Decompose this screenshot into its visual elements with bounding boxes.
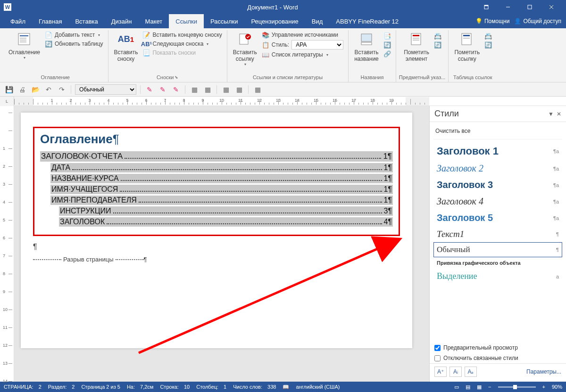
status-page[interactable]: СТРАНИЦА: 2 [4, 384, 42, 390]
style-item[interactable]: Заголовок 3¶a [433, 177, 562, 193]
caption-extra-3[interactable]: 🔗 [383, 50, 391, 57]
status-language[interactable]: английский (США) [296, 384, 340, 390]
qat-btn-6[interactable]: ▦ [221, 84, 231, 95]
footnotes-dialog-launcher[interactable]: ⬊ [175, 75, 178, 80]
qat-undo-icon[interactable]: ↶ [43, 84, 54, 95]
toa-extra-1[interactable]: 📇 [484, 32, 492, 40]
zoom-level[interactable]: 90% [552, 384, 562, 390]
toc-entry[interactable]: ИНСТРУКЦИИ3¶ [59, 206, 393, 216]
styles-pane-options-icon[interactable]: ▼ [548, 111, 554, 117]
manage-sources-button[interactable]: 📚Управление источниками [262, 31, 343, 39]
qat-btn-5[interactable]: ▦ [202, 84, 213, 95]
qat-style-selector[interactable]: Обычный [75, 84, 136, 95]
quick-access-toolbar: 💾 🖨 📂 ↶ ↷ Обычный ✎ ✎ ✎ ▦ ▦ ▦ ▦ ▦ [0, 82, 566, 97]
minimize-button[interactable] [497, 0, 519, 14]
bibliography-button[interactable]: 📖Список литературы▾ [262, 51, 343, 58]
style-item[interactable]: Выделениеa [433, 269, 562, 284]
ribbon-display-options[interactable] [475, 0, 497, 14]
status-section[interactable]: Раздел: 2 [48, 384, 75, 390]
style-dropdown[interactable]: APA [291, 40, 343, 49]
clear-all-button[interactable]: Очистить все [433, 125, 562, 139]
style-item[interactable]: Текст1¶ [433, 226, 562, 242]
add-text-button[interactable]: 📄Добавить текст▾ [45, 31, 103, 39]
zoom-out-button[interactable]: − [488, 384, 491, 390]
mark-citation-button[interactable]: Пометить ссылку [451, 30, 483, 63]
styles-params-link[interactable]: Параметры... [526, 368, 561, 375]
update-table-button[interactable]: 🔄Обновить таблицу [45, 40, 103, 48]
new-style-button[interactable]: A⁺ [434, 367, 447, 377]
view-read-mode-icon[interactable]: ▭ [454, 384, 459, 390]
zoom-in-button[interactable]: + [542, 384, 545, 390]
close-button[interactable] [541, 0, 562, 14]
insert-citation-button[interactable]: Вставить ссылку▾ [230, 30, 260, 67]
style-item[interactable]: Заголовок 1¶a [433, 142, 562, 160]
style-item[interactable]: Заголовок 2¶a [433, 160, 562, 177]
caption-extra-1[interactable]: 📑 [383, 32, 391, 40]
toc-entry[interactable]: ИМЯ·ПРЕПОДАВАТЕЛЯ1¶ [50, 196, 393, 205]
citation-icon [237, 31, 253, 47]
ribbon-group-captions: Вставить название 📑 🔄 🔗 Названия [349, 30, 396, 82]
tab-ссылки[interactable]: Ссылки [169, 14, 204, 28]
tab-файл[interactable]: Файл [4, 14, 32, 28]
mark-entry-button[interactable]: Пометить элемент [401, 30, 432, 63]
manage-styles-button[interactable]: Aₐ [465, 367, 477, 377]
status-at[interactable]: На: 7,2см [127, 384, 154, 390]
style-inspector-button[interactable]: Aᵢ [449, 367, 462, 377]
preview-checkbox[interactable]: Предварительный просмотр [430, 343, 566, 353]
status-words[interactable]: Число слов: 338 [233, 384, 276, 390]
insert-caption-button[interactable]: Вставить название [351, 30, 382, 63]
maximize-button[interactable] [519, 0, 541, 14]
document-viewport[interactable]: Оглавление¶ ЗАГОЛОВОК·ОТЧЕТА1¶ДАТА1¶НАЗВ… [14, 106, 429, 382]
tell-me[interactable]: 💡Помощни [475, 18, 509, 24]
toc-entry[interactable]: ЗАГОЛОВОК4¶ [59, 217, 393, 227]
vertical-ruler[interactable]: 1234567891011121314 [0, 106, 14, 382]
tab-макет[interactable]: Макет [138, 14, 169, 28]
tab-рецензирование[interactable]: Рецензирование [244, 14, 305, 28]
qat-open-icon[interactable]: 📂 [30, 84, 41, 95]
citation-style-select[interactable]: 📋 Стиль: APA [262, 40, 343, 49]
tab-abbyy-finereader-12[interactable]: ABBYY FineReader 12 [329, 14, 405, 28]
status-page-of[interactable]: Страница 2 из 5 [81, 384, 120, 390]
style-item[interactable]: Заголовок 4¶a [433, 193, 562, 210]
zoom-slider[interactable] [498, 386, 536, 388]
style-item[interactable]: Заголовок 5¶a [433, 210, 562, 226]
index-extra-1[interactable]: 📇 [434, 32, 441, 40]
disable-linked-checkbox[interactable]: Отключить связанные стили [430, 353, 566, 363]
qat-btn-7[interactable]: ▦ [234, 84, 244, 95]
qat-redo-icon[interactable]: ↷ [57, 84, 67, 95]
qat-save-icon[interactable]: 💾 [4, 84, 14, 95]
qat-btn-8[interactable]: ▦ [252, 84, 263, 95]
index-extra-2[interactable]: 🔄 [434, 41, 441, 49]
qat-btn-2[interactable]: ✎ [158, 84, 168, 95]
qat-btn-3[interactable]: ✎ [171, 84, 181, 95]
toc-field[interactable]: Оглавление¶ ЗАГОЛОВОК·ОТЧЕТА1¶ДАТА1¶НАЗВ… [33, 127, 400, 236]
toc-entry[interactable]: НАЗВАНИЕ·КУРСА1¶ [50, 174, 393, 183]
next-footnote-button[interactable]: AB¹Следующая сноска▾ [142, 40, 222, 48]
tab-главная[interactable]: Главная [32, 14, 68, 28]
status-column[interactable]: Столбец: 1 [196, 384, 226, 390]
toc-entry[interactable]: ИМЯ·УЧАЩЕГОСЯ1¶ [50, 185, 393, 194]
qat-print-icon[interactable]: 🖨 [17, 84, 27, 95]
qat-btn-1[interactable]: ✎ [144, 84, 155, 95]
horizontal-ruler[interactable]: L 12345678910111213141516171819 [0, 97, 566, 106]
caption-extra-2[interactable]: 🔄 [383, 41, 391, 49]
tab-вставка[interactable]: Вставка [68, 14, 104, 28]
insert-footnote-button[interactable]: AB1 Вставить сноску [111, 30, 141, 63]
view-web-layout-icon[interactable]: ▦ [477, 384, 482, 390]
view-print-layout-icon[interactable]: ▤ [466, 384, 470, 390]
status-line[interactable]: Строка: 10 [160, 384, 190, 390]
tab-вид[interactable]: Вид [305, 14, 330, 28]
tab-рассылки[interactable]: Рассылки [204, 14, 244, 28]
toc-entry[interactable]: ДАТА1¶ [50, 163, 393, 172]
insert-endnote-button[interactable]: 📝Вставить концевую сноску [142, 31, 222, 39]
qat-btn-4[interactable]: ▦ [189, 84, 200, 95]
tab-дизайн[interactable]: Дизайн [105, 14, 139, 28]
style-item[interactable]: Обычный¶ [433, 242, 562, 257]
toc-button[interactable]: Оглавление ▾ [6, 30, 43, 61]
toc-entry[interactable]: ЗАГОЛОВОК·ОТЧЕТА1¶ [40, 151, 393, 162]
styles-pane-close-icon[interactable]: ✕ [557, 111, 561, 117]
style-item[interactable]: Привязка графического объекта [433, 257, 562, 269]
status-spellcheck-icon[interactable]: 📖 [283, 384, 289, 390]
toa-extra-2[interactable]: 🔄 [484, 41, 492, 49]
share-button[interactable]: 👤Общий доступ [514, 18, 561, 24]
